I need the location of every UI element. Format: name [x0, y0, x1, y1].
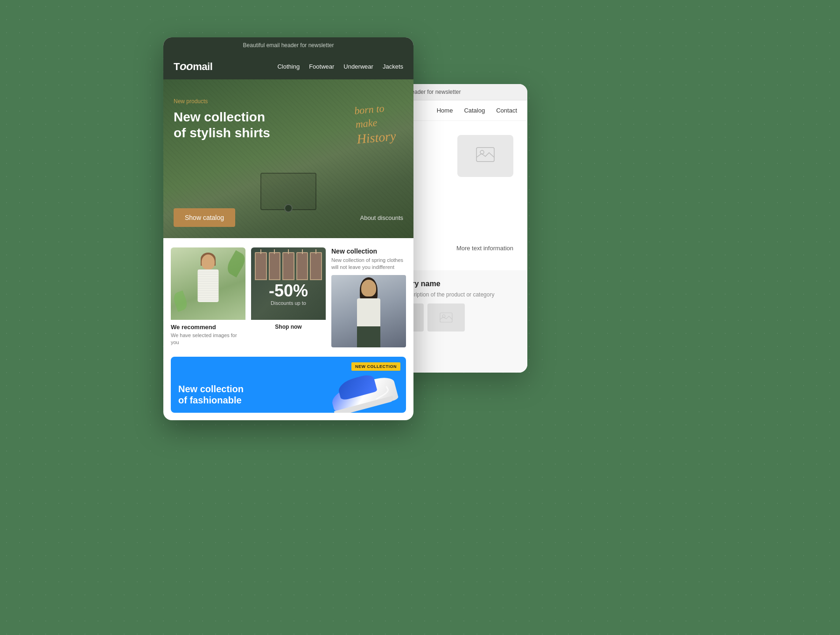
collection-image: [331, 275, 406, 347]
discount-background: -50% Discounts up to: [251, 247, 326, 320]
collection-description: New collection of spring clothes will no…: [331, 257, 406, 271]
hanger-1: [255, 252, 267, 280]
about-discounts-link[interactable]: About discounts: [360, 214, 403, 221]
nike-shoe-graphic: [331, 371, 397, 408]
discount-text-block: -50% Discounts up to: [269, 282, 308, 306]
nike-title-line2: of fashionable: [178, 395, 244, 406]
back-nav-catalog[interactable]: Catalog: [464, 107, 485, 114]
nike-banner-text: New collection of fashionable: [178, 383, 244, 406]
hero-actions: Show catalog About discounts: [174, 208, 403, 227]
recommend-image: [171, 247, 245, 320]
svg-point-1: [480, 150, 484, 154]
hero-title-line2: of stylish shirts: [174, 126, 270, 140]
nav-jackets[interactable]: Jackets: [383, 63, 403, 70]
hero-title-line1: New collection: [174, 110, 265, 124]
hero-section: born to make History New products New co…: [163, 79, 413, 238]
front-banner-text: Beautiful email header for newsletter: [243, 42, 334, 49]
product-card-discount: -50% Discounts up to Shop now: [251, 247, 326, 347]
front-nav: Clothing Footwear Underwear Jackets: [277, 63, 403, 70]
script-line-3: History: [356, 127, 397, 148]
script-overlay: born to make History: [354, 101, 397, 148]
front-navbar: Toomail Clothing Footwear Underwear Jack…: [163, 53, 413, 79]
cards-container: Beautiful email header for newsletter Ho…: [163, 37, 677, 551]
shop-now-button[interactable]: Shop now: [251, 320, 326, 334]
hanger-4: [296, 252, 308, 280]
hanger-3: [282, 252, 294, 280]
show-catalog-button[interactable]: Show catalog: [174, 208, 235, 227]
nike-title-line1: New collection: [178, 383, 244, 395]
recommend-label: We recommend: [171, 324, 245, 331]
nav-footwear[interactable]: Footwear: [309, 63, 334, 70]
nike-banner: NEW COLLECTION New collection of fashion…: [171, 357, 406, 413]
product-card-collection: New collection New collection of spring …: [331, 247, 406, 347]
back-nav-home[interactable]: Home: [437, 107, 453, 114]
hero-image-placeholder: [457, 135, 513, 177]
brand-name: Toomail: [174, 61, 212, 72]
recommend-sublabel: We have selected images for you: [171, 332, 245, 346]
front-card: Beautiful email header for newsletter To…: [163, 37, 413, 420]
shop-now-label: Shop now: [275, 324, 301, 330]
back-nav: Home Catalog Contact: [437, 107, 517, 114]
nav-clothing[interactable]: Clothing: [277, 63, 300, 70]
hangers-row: [251, 252, 326, 280]
hero-title: New collection of stylish shirts: [174, 109, 270, 141]
placeholder-icon: [476, 147, 495, 165]
hanger-5: [310, 252, 322, 280]
hanger-2: [269, 252, 281, 280]
collection-title: New collection: [331, 247, 406, 255]
front-top-banner: Beautiful email header for newsletter: [163, 37, 413, 53]
brand-logo: Toomail: [174, 60, 212, 73]
hero-tag: New products: [174, 98, 270, 105]
product-card-recommend: We recommend We have selected images for…: [171, 247, 245, 347]
nav-underwear[interactable]: Underwear: [343, 63, 373, 70]
back-nav-contact[interactable]: Contact: [496, 107, 517, 114]
back-small-placeholder-2: [427, 303, 465, 332]
discount-amount: -50%: [269, 282, 308, 299]
new-collection-badge: NEW COLLECTION: [351, 362, 400, 371]
product-cards-row: We recommend We have selected images for…: [163, 238, 413, 357]
hero-content: New products New collection of stylish s…: [174, 98, 270, 141]
discount-sublabel: Discounts up to: [269, 300, 308, 306]
show-catalog-label: Show catalog: [185, 214, 224, 221]
